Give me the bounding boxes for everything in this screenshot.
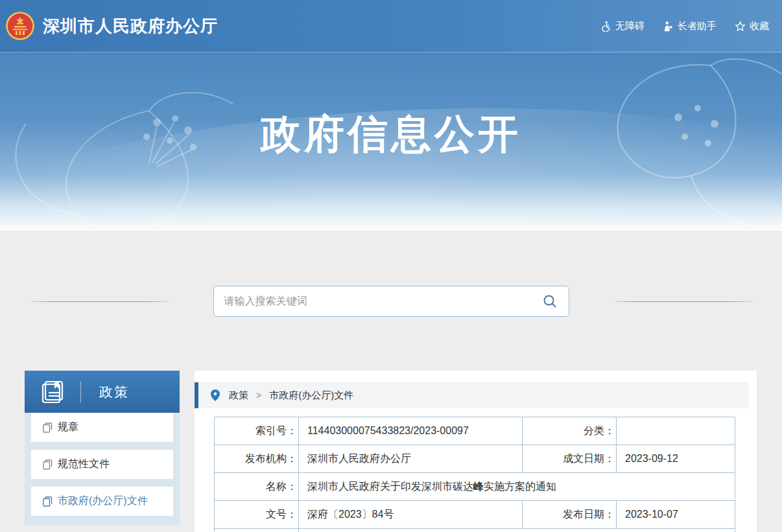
sidebar-item-municipal-documents[interactable]: 市政府(办公厅)文件 (31, 487, 173, 516)
breadcrumb-item-municipal-documents[interactable]: 市政府(办公厅)文件 (269, 389, 353, 402)
accessibility-link[interactable]: 无障碍 (600, 20, 645, 32)
issuing-agency-value: 深圳市人民政府办公厅 (299, 445, 523, 473)
elder-helper-icon (663, 21, 674, 32)
document-name-value: 深圳市人民政府关于印发深圳市碳达峰实施方案的通知 (299, 473, 735, 501)
page-body: 政策 规章 规范性文件 市 (0, 231, 782, 532)
accessibility-icon (600, 21, 611, 32)
document-panel: 政策 > 市政府(办公厅)文件 索引号： 114403000075433823/… (195, 371, 757, 532)
breadcrumb-item-policy[interactable]: 政策 (229, 389, 248, 402)
category-value (617, 417, 735, 445)
sidebar-item-normative-documents[interactable]: 规范性文件 (31, 450, 173, 479)
topbar: 深圳市人民政府办公厅 无障碍 长者助手 收藏 (0, 0, 782, 52)
written-date-value: 2023-09-12 (617, 445, 735, 473)
document-icon (43, 459, 53, 470)
table-cell-empty (215, 529, 299, 532)
table-row: 索引号： 114403000075433823/2023-00097 分类： (215, 417, 735, 445)
favorite-link[interactable]: 收藏 (735, 20, 769, 32)
search-section (0, 286, 782, 317)
issuing-agency-label: 发布机构： (215, 445, 299, 473)
search-input[interactable] (224, 295, 540, 307)
breadcrumb-body: 政策 > 市政府(办公厅)文件 (198, 382, 749, 408)
search-icon (543, 294, 557, 308)
hero-banner: 政府信息公开 (0, 52, 782, 231)
sidebar-header-policy[interactable]: 政策 (25, 371, 180, 413)
publish-date-label: 发布日期： (523, 501, 617, 529)
accessibility-label: 无障碍 (615, 20, 645, 32)
location-pin-icon (211, 389, 220, 401)
topbar-links: 无障碍 长者助手 收藏 (600, 20, 769, 32)
elder-helper-label: 长者助手 (678, 20, 717, 32)
document-metadata-table: 索引号： 114403000075433823/2023-00097 分类： 发… (214, 417, 735, 532)
sidebar-item-label: 规章 (58, 421, 78, 434)
document-icon (43, 496, 53, 507)
written-date-label: 成文日期： (523, 445, 617, 473)
index-number-label: 索引号： (215, 417, 299, 445)
site-brand[interactable]: 深圳市人民政府办公厅 (6, 12, 218, 40)
policy-sidebar: 政策 规章 规范性文件 市 (25, 371, 180, 525)
sidebar-item-label: 市政府(办公厅)文件 (58, 494, 148, 508)
breadcrumb-separator: > (256, 390, 261, 400)
document-number-value: 深府〔2023〕84号 (299, 501, 523, 529)
elder-helper-link[interactable]: 长者助手 (663, 20, 717, 32)
page-title: 政府信息公开 (0, 107, 782, 161)
sidebar-item-regulations[interactable]: 规章 (31, 413, 173, 442)
table-row (215, 529, 735, 532)
document-name-label: 名称： (215, 473, 299, 501)
breadcrumb: 政策 > 市政府(办公厅)文件 (195, 382, 749, 408)
content-area: 政策 规章 规范性文件 市 (0, 371, 782, 532)
star-icon (735, 21, 746, 32)
search-box (213, 286, 569, 317)
book-icon (40, 379, 66, 405)
document-name-suffix: 实施方案的通知 (484, 481, 556, 492)
document-name-prefix: 深圳市人民政府关于印发深圳市碳达 (307, 481, 473, 492)
sidebar-title: 政策 (99, 383, 129, 401)
site-title: 深圳市人民政府办公厅 (43, 15, 218, 38)
document-icon (43, 422, 53, 433)
document-number-label: 文号： (215, 501, 299, 529)
table-row: 名称： 深圳市人民政府关于印发深圳市碳达峰实施方案的通知 (215, 473, 735, 501)
index-number-value: 114403000075433823/2023-00097 (299, 417, 523, 445)
category-label: 分类： (523, 417, 617, 445)
national-emblem-icon (6, 12, 34, 40)
search-button[interactable] (540, 292, 560, 311)
table-cell-empty (299, 529, 735, 532)
publish-date-value: 2023-10-07 (617, 501, 735, 529)
decorative-line-left (30, 301, 169, 302)
sidebar-header-divider (80, 381, 81, 403)
sidebar-item-label: 规范性文件 (58, 457, 110, 471)
decorative-line-right (613, 301, 753, 302)
table-row: 文号： 深府〔2023〕84号 发布日期： 2023-10-07 (215, 501, 735, 529)
favorite-label: 收藏 (750, 20, 769, 32)
table-row: 发布机构： 深圳市人民政府办公厅 成文日期： 2023-09-12 (215, 445, 735, 473)
document-name-highlight: 峰 (473, 481, 484, 492)
